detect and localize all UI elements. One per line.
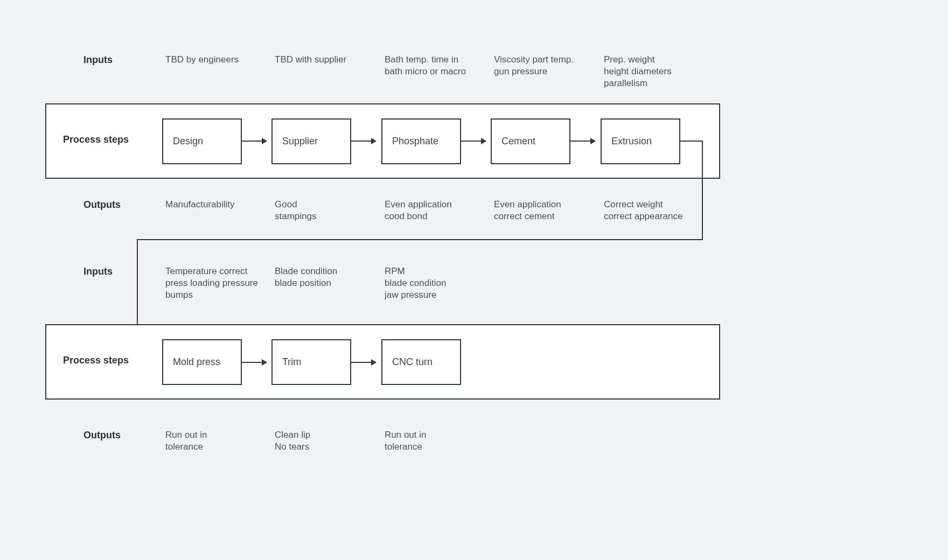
row1-input-4: Prep. weight height diameters parallelis…	[604, 54, 706, 89]
row1-input-3: Viscosity part temp. gun pressure	[494, 54, 596, 78]
row1-process-label: Process steps	[63, 134, 129, 145]
process-flow-diagram: Inputs TBD by engineers TBD with supplie…	[0, 0, 948, 560]
row1-input-1: TBD with supplier	[275, 54, 372, 66]
row1-output-2: Even application cood bond	[385, 199, 487, 222]
arrow-trim-cncturn	[351, 362, 376, 363]
arrow-design-supplier	[242, 141, 267, 142]
row2-output-1: Clean lip No tears	[275, 429, 372, 453]
row1-output-4: Correct weight correct appearance	[604, 199, 712, 222]
row1-input-0: TBD by engineers	[165, 54, 262, 66]
arrow-moldpress-trim	[242, 362, 267, 363]
step-phosphate: Phosphate	[381, 118, 461, 164]
row1-inputs-label: Inputs	[83, 54, 113, 66]
row1-outputs-label: Outputs	[83, 199, 121, 211]
row2-outputs-label: Outputs	[83, 429, 121, 441]
step-supplier: Supplier	[271, 118, 351, 164]
connector-seg2	[702, 141, 703, 240]
row1-output-1: Good stampings	[275, 199, 372, 222]
row2-input-2: RPM blade condition jaw pressure	[385, 265, 482, 301]
row2-output-2: Run out in tolerance	[385, 429, 482, 453]
row1-input-2: Bath temp. time in bath micro or macro	[385, 54, 492, 78]
connector-seg3	[137, 239, 703, 240]
step-extrusion: Extrusion	[601, 118, 680, 164]
row2-output-0: Run out in tolerance	[165, 429, 262, 453]
step-cement: Cement	[491, 118, 570, 164]
step-cnc-turn: CNC turn	[381, 339, 461, 385]
row2-input-0: Temperature correct press loading pressu…	[165, 265, 273, 301]
arrow-supplier-phosphate	[351, 141, 376, 142]
step-trim: Trim	[271, 339, 351, 385]
arrow-cement-extrusion	[570, 141, 595, 142]
row2-input-1: Blade condition blade position	[275, 265, 372, 289]
row2-process-label: Process steps	[63, 354, 129, 366]
row1-output-3: Even application correct cement	[494, 199, 596, 222]
arrow-phosphate-cement	[461, 141, 486, 142]
connector-seg1	[680, 141, 703, 142]
step-mold-press: Mold press	[162, 339, 242, 385]
step-design: Design	[162, 118, 242, 164]
row2-inputs-label: Inputs	[83, 265, 113, 277]
row1-output-0: Manufacturability	[165, 199, 268, 211]
